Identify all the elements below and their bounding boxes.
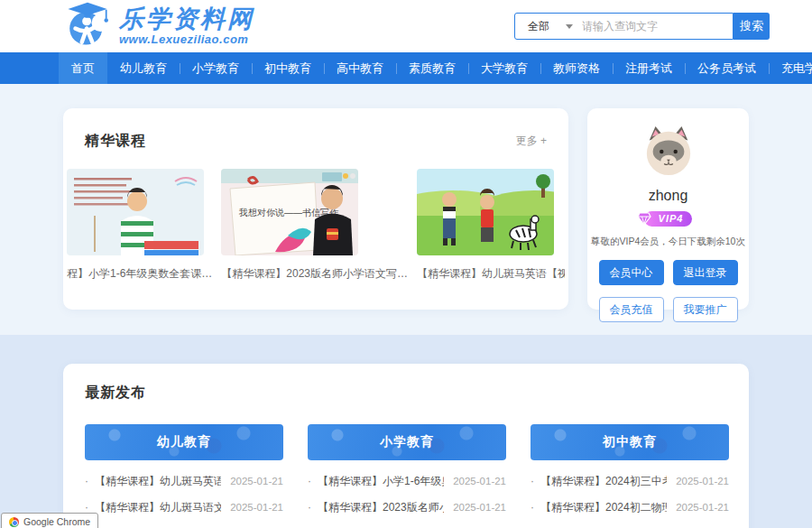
site-logo[interactable]: 乐学资料网 www.Lexueziliao.com	[63, 1, 254, 51]
course-caption: 【精华课程】2023版名师小学语文写…	[221, 266, 408, 282]
list-item[interactable]: · 【精华课程】幼儿斑马语文【视频181.7… 2025-01-21	[85, 495, 283, 521]
list-item[interactable]: · 【精华课程】2023版名师小学语文写作… 2025-01-21	[308, 495, 506, 521]
course-caption: 程】小学1-6年级奥数全套课…	[67, 266, 212, 282]
chevron-down-icon	[566, 24, 573, 29]
site-header: 乐学资料网 www.Lexueziliao.com 全部 搜索	[0, 0, 812, 52]
search-input[interactable]	[582, 20, 733, 32]
bullet-icon: ·	[85, 501, 88, 514]
junior-banner[interactable]: 初中教育	[531, 424, 729, 460]
nav-item-charging-school[interactable]: 充电学堂	[769, 52, 812, 84]
featured-section-title: 精华课程	[85, 132, 146, 151]
preschool-banner[interactable]: 幼儿教育	[85, 424, 283, 460]
search-category-value: 全部	[528, 19, 549, 34]
search-bar: 全部 搜索	[514, 13, 770, 40]
diamond-icon	[637, 212, 651, 229]
site-url: www.Lexueziliao.com	[119, 33, 254, 46]
chrome-tooltip-label: Google Chrome	[23, 516, 90, 527]
promote-button[interactable]: 我要推广	[673, 297, 738, 322]
list-item[interactable]: · 【精华课程】小学1-6年级奥数全套课程… 2025-01-21	[308, 468, 506, 495]
featured-more-link[interactable]: 更多 +	[516, 134, 547, 149]
latest-section-title: 最新发布	[85, 384, 727, 403]
nav-item-teacher-certificate[interactable]: 教师资格	[540, 52, 613, 84]
recharge-button[interactable]: 会员充值	[599, 297, 664, 322]
chrome-status-tooltip: Google Chrome	[1, 513, 98, 528]
member-center-button[interactable]: 会员中心	[599, 260, 664, 285]
logo-text: 乐学资料网 www.Lexueziliao.com	[119, 6, 254, 46]
username: zhong	[587, 188, 749, 204]
list-item[interactable]: · 【精华课程】幼儿斑马英语【视频151.2… 2025-01-21	[85, 468, 283, 495]
list-item[interactable]: · 【精华课程】2024初三中考语文A+春季… 2025-01-21	[531, 468, 729, 495]
graduation-cap-logo-icon	[63, 1, 112, 51]
bullet-icon: ·	[85, 475, 88, 487]
primary-banner[interactable]: 小学教育	[308, 424, 506, 460]
bullet-icon: ·	[308, 475, 311, 487]
nav-item-university-education[interactable]: 大学教育	[468, 52, 540, 84]
vip-badge: VIP4	[644, 211, 693, 227]
course-card[interactable]: 程】小学1-6年级奥数全套课…	[67, 169, 212, 282]
nav-item-senior-education[interactable]: 高中教育	[324, 52, 396, 84]
list-item[interactable]: · 【精华课程】用思维导图搞定语数英，… 2025-01-20	[531, 521, 729, 528]
nav-item-civil-service-exam[interactable]: 公务员考试	[685, 52, 769, 84]
latest-column-junior: 初中教育 · 【精华课程】2024初三中考语文A+春季… 2025-01-21 …	[531, 424, 729, 528]
vip-label: VIP4	[659, 214, 684, 224]
nav-item-quality-education[interactable]: 素质教育	[396, 52, 468, 84]
bullet-icon: ·	[308, 501, 311, 514]
latest-column-primary: 小学教育 · 【精华课程】小学1-6年级奥数全套课程… 2025-01-21 ·…	[308, 424, 506, 528]
course-thumbnail-classroom	[67, 169, 204, 255]
chrome-icon	[9, 517, 19, 527]
bullet-icon: ·	[531, 475, 534, 487]
list-item[interactable]: · 【精华课程】小学思维导图记800单词… 2025-01-20	[308, 521, 506, 528]
featured-courses-panel: 精华课程 更多 +	[63, 108, 568, 310]
search-box: 全部	[514, 13, 734, 40]
search-category-select[interactable]: 全部	[515, 19, 582, 34]
latest-column-preschool: 幼儿教育 · 【精华课程】幼儿斑马英语【视频151.2… 2025-01-21 …	[85, 424, 283, 528]
logout-button[interactable]: 退出登录	[673, 260, 738, 285]
nav-item-junior-education[interactable]: 初中教育	[252, 52, 324, 84]
latest-releases-panel: 最新发布 幼儿教育 · 【精华课程】幼儿斑马英语【视频151.2… 2025-0…	[63, 364, 749, 528]
user-avatar-cat[interactable]	[642, 125, 695, 177]
main-nav: 首页 幼儿教育 小学教育 初中教育 高中教育 素质教育 大学教育 教师资格 注册…	[0, 52, 812, 84]
nav-item-preschool-education[interactable]: 幼儿教育	[107, 52, 180, 84]
course-card[interactable]: 我想对你说——书信写作 【精华课程】2023版名师小学语文写…	[221, 169, 408, 282]
list-item[interactable]: · 【精华课程】2024初二物理S寒假班+春… 2025-01-21	[531, 495, 729, 521]
nav-item-registered-exam[interactable]: 注册考试	[613, 52, 685, 84]
site-title: 乐学资料网	[119, 6, 254, 32]
bullet-icon: ·	[531, 501, 534, 514]
list-item[interactable]: · 【精华课程】斑马百科【视频63.24G】 2025-01-20	[85, 521, 283, 528]
user-panel: zhong VIP4 尊敬的VIP4会员，今日下载剩余10次 会员中心 退出登录…	[587, 108, 749, 310]
course-carousel: 程】小学1-6年级奥数全套课…	[67, 169, 565, 282]
vip-download-note: 尊敬的VIP4会员，今日下载剩余10次	[587, 236, 749, 248]
search-button[interactable]: 搜索	[734, 13, 770, 40]
nav-item-home[interactable]: 首页	[59, 52, 107, 84]
course-card[interactable]: 【精华课程】幼儿斑马英语【视频151…	[417, 169, 565, 282]
course-caption: 【精华课程】幼儿斑马英语【视频151…	[417, 266, 565, 282]
course-thumbnail-letter-writing: 我想对你说——书信写作	[221, 169, 358, 255]
nav-item-primary-education[interactable]: 小学教育	[180, 52, 252, 84]
course-thumbnail-zebra-field	[417, 169, 554, 255]
